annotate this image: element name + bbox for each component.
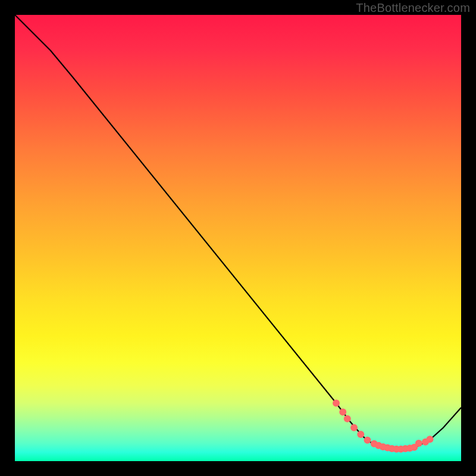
data-point (350, 424, 358, 431)
data-point (427, 436, 434, 443)
data-point (364, 437, 371, 444)
chart-svg (15, 15, 461, 461)
plot-area (15, 15, 461, 461)
data-point (357, 431, 364, 438)
bottleneck-curve (15, 15, 461, 449)
data-markers (333, 400, 434, 453)
data-point (339, 409, 346, 416)
data-point (333, 400, 340, 407)
data-point (344, 415, 351, 422)
attribution-text: TheBottlenecker.com (356, 1, 470, 15)
data-point (415, 440, 422, 447)
